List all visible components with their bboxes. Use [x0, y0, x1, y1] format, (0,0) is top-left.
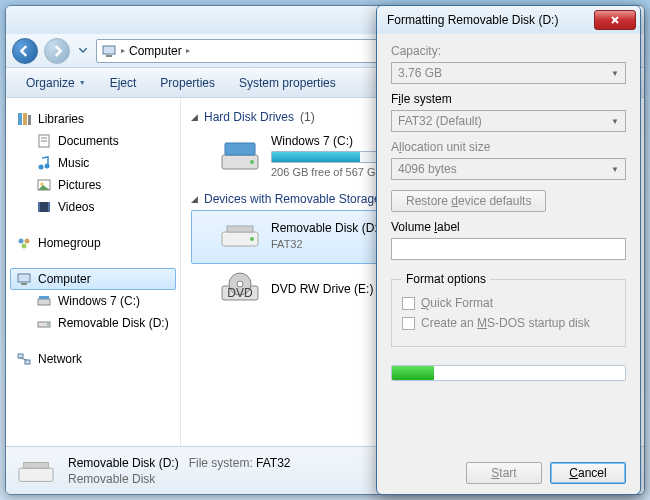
svg-rect-7 [23, 113, 27, 125]
capacity-select[interactable]: 3.76 GB▼ [391, 62, 626, 84]
quick-format-checkbox[interactable]: Quick Format [402, 296, 615, 310]
msdos-checkbox[interactable]: Create an MS-DOS startup disk [402, 316, 615, 330]
format-options-group: Format options Quick Format Create an MS… [391, 272, 626, 347]
volume-label-label: Volume label [391, 220, 626, 234]
svg-rect-23 [21, 283, 27, 285]
sidebar-windows7[interactable]: Windows 7 (C:) [10, 290, 176, 312]
computer-icon [16, 271, 32, 287]
svg-point-33 [250, 160, 254, 164]
pictures-icon [36, 177, 52, 193]
status-name: Removable Disk (D:) [68, 456, 179, 470]
svg-rect-42 [24, 462, 49, 468]
properties-button[interactable]: Properties [150, 72, 225, 94]
sidebar-homegroup[interactable]: Homegroup [10, 232, 176, 254]
system-properties-button[interactable]: System properties [229, 72, 346, 94]
allocation-label: Allocation unit size [391, 140, 626, 154]
svg-rect-41 [19, 468, 53, 481]
svg-text:DVD: DVD [227, 286, 253, 300]
filesystem-select[interactable]: FAT32 (Default)▼ [391, 110, 626, 132]
sidebar-music[interactable]: Music [10, 152, 176, 174]
dialog-close-button[interactable] [594, 10, 636, 30]
svg-rect-5 [106, 55, 112, 57]
removable-icon [36, 315, 52, 331]
videos-icon [36, 199, 52, 215]
cancel-button[interactable]: Cancel [550, 462, 626, 484]
filesystem-label: File system [391, 92, 626, 106]
sidebar-videos[interactable]: Videos [10, 196, 176, 218]
svg-point-12 [39, 165, 44, 170]
svg-point-36 [250, 237, 254, 241]
format-dialog: Formatting Removable Disk (D:) Capacity:… [376, 5, 641, 495]
drive-fs: FAT32 [271, 238, 382, 250]
sidebar: Libraries Documents Music Pictures Video… [6, 98, 181, 446]
svg-point-13 [45, 164, 50, 169]
removable-drive-icon [16, 453, 56, 489]
sidebar-documents[interactable]: Documents [10, 130, 176, 152]
removable-drive-icon [219, 216, 261, 254]
hdd-icon [219, 137, 261, 175]
music-icon [36, 155, 52, 171]
svg-rect-8 [28, 115, 31, 125]
svg-rect-17 [38, 202, 40, 212]
documents-icon [36, 133, 52, 149]
drive-name: Removable Disk (D:) [271, 221, 382, 235]
sidebar-computer[interactable]: Computer [10, 268, 176, 290]
computer-icon [101, 43, 117, 59]
svg-rect-18 [48, 202, 50, 212]
drive-name: DVD RW Drive (E:) [271, 282, 373, 296]
start-button[interactable]: Start [466, 462, 542, 484]
svg-rect-29 [25, 360, 30, 364]
sidebar-network[interactable]: Network [10, 348, 176, 370]
sidebar-removable[interactable]: Removable Disk (D:) [10, 312, 176, 334]
dialog-titlebar: Formatting Removable Disk (D:) [377, 6, 640, 34]
sidebar-pictures[interactable]: Pictures [10, 174, 176, 196]
volume-label-input[interactable] [391, 238, 626, 260]
dvd-icon: DVD [219, 270, 261, 308]
svg-rect-22 [18, 274, 30, 282]
svg-point-27 [47, 324, 49, 326]
svg-rect-32 [225, 143, 255, 155]
svg-point-20 [25, 239, 30, 244]
history-dropdown[interactable] [76, 38, 90, 64]
forward-button[interactable] [44, 38, 70, 64]
svg-point-19 [19, 239, 24, 244]
restore-defaults-button[interactable]: Restore device defaults [391, 190, 546, 212]
svg-rect-4 [103, 46, 115, 54]
back-button[interactable] [12, 38, 38, 64]
svg-rect-24 [38, 299, 50, 305]
homegroup-icon [16, 235, 32, 251]
dialog-title: Formatting Removable Disk (D:) [387, 13, 558, 27]
sidebar-libraries[interactable]: Libraries [10, 108, 176, 130]
collapse-icon: ◢ [191, 194, 198, 204]
svg-point-21 [22, 244, 27, 249]
drive-icon [36, 293, 52, 309]
svg-rect-35 [227, 226, 253, 232]
svg-rect-6 [18, 113, 22, 125]
network-icon [16, 351, 32, 367]
eject-button[interactable]: Eject [100, 72, 147, 94]
breadcrumb-location[interactable]: Computer [129, 44, 182, 58]
libraries-icon [16, 111, 32, 127]
organize-menu[interactable]: Organize▼ [16, 72, 96, 94]
status-type: Removable Disk [68, 472, 291, 486]
collapse-icon: ◢ [191, 112, 198, 122]
allocation-select[interactable]: 4096 bytes▼ [391, 158, 626, 180]
capacity-label: Capacity: [391, 44, 626, 58]
format-progress [391, 365, 626, 381]
svg-rect-25 [39, 296, 49, 299]
svg-rect-28 [18, 354, 23, 358]
